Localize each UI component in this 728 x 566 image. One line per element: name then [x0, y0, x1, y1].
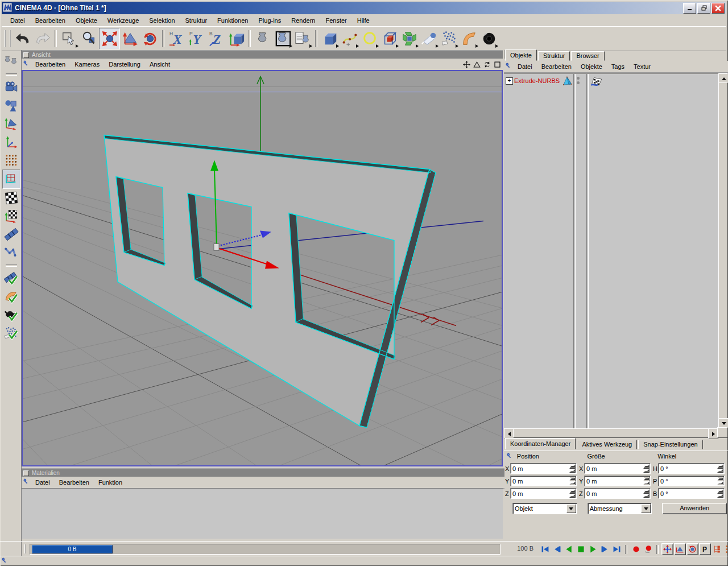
panel-dock-icon[interactable] [23, 470, 29, 476]
dimension-mode-select[interactable]: Abmessung [588, 503, 652, 514]
spin-up-button[interactable] [643, 464, 650, 469]
viewport-menu-item-bearbeiten[interactable]: Bearbeiten [31, 60, 70, 69]
tab-browser[interactable]: Browser [571, 51, 604, 61]
position-x-input[interactable]: 0 m [510, 463, 577, 474]
object-row-extrude-nurbs[interactable]: + Extrude-NURBS [504, 75, 718, 86]
rotate-view-button[interactable] [483, 61, 491, 68]
object-menu-item-textur[interactable]: Textur [629, 62, 655, 71]
lock-x-axis-button[interactable]: HX [167, 28, 187, 49]
key-parameter-button[interactable]: P [699, 543, 711, 555]
record-objects-button[interactable] [642, 544, 653, 555]
viewport-panel-titlebar[interactable]: Ansicht [22, 50, 504, 59]
render-flag-icon[interactable] [590, 75, 602, 88]
rotate-tool-button[interactable] [140, 28, 160, 49]
pin-icon[interactable] [506, 63, 513, 71]
camera-mode-button[interactable] [3, 79, 20, 97]
coord-system-select[interactable]: Objekt [512, 503, 577, 514]
scale-view-button[interactable] [473, 61, 481, 68]
expand-toggle[interactable]: + [506, 77, 513, 85]
stop-button[interactable] [575, 544, 586, 555]
goto-end-button[interactable] [611, 544, 622, 555]
record-button[interactable] [630, 544, 642, 555]
add-primitive-button[interactable] [320, 28, 340, 49]
scale-tool-button[interactable] [120, 28, 140, 49]
title-bar[interactable]: CINEMA 4D - [Ohne Titel 1 *] [2, 2, 726, 14]
play-forwards-button[interactable] [587, 544, 598, 555]
tab-struktur[interactable]: Struktur [538, 51, 570, 61]
position-z-input[interactable]: 0 m [510, 488, 577, 499]
main-menu-item-datei[interactable]: Datei [5, 16, 30, 25]
spin-down-button[interactable] [643, 494, 650, 498]
main-menu-item-fenster[interactable]: Fenster [320, 16, 351, 25]
spin-down-button[interactable] [569, 481, 576, 486]
hscroll-thumb[interactable] [513, 428, 709, 438]
object-label[interactable]: Extrude-NURBS [514, 77, 560, 84]
spin-down-button[interactable] [717, 494, 723, 498]
tab-aktives-werkzeug[interactable]: Aktives Werkzeug [577, 440, 637, 449]
key-rotation-button[interactable] [686, 543, 698, 555]
pan-view-button[interactable] [463, 61, 470, 68]
zoom-tool-button[interactable] [79, 28, 99, 49]
next-frame-button[interactable] [599, 544, 610, 555]
position-y-input[interactable]: 0 m [510, 476, 577, 486]
extrude-nurbs-icon[interactable] [562, 76, 573, 88]
point-level-animation-button[interactable] [723, 544, 728, 555]
redo-button[interactable] [32, 28, 52, 49]
add-particle-system-button[interactable] [439, 28, 459, 49]
tab-snap-einstellungen[interactable]: Snap-Einstellungen [638, 440, 702, 449]
main-menu-item-plug-ins[interactable]: Plug-ins [253, 16, 286, 25]
toggle-maximize-view-button[interactable] [494, 61, 501, 68]
vscroll-thumb[interactable] [718, 82, 728, 419]
animation-toggle[interactable] [3, 270, 20, 288]
spin-up-button[interactable] [643, 489, 650, 494]
pin-icon[interactable] [23, 60, 31, 69]
minimize-button[interactable] [683, 3, 696, 14]
main-menu-item-objekte[interactable]: Objekte [71, 16, 102, 25]
main-menu-item-hilfe[interactable]: Hilfe [352, 16, 375, 25]
panel-dock-icon[interactable] [23, 52, 29, 58]
spin-up-button[interactable] [717, 477, 723, 481]
winkel-p-input[interactable]: 0 ° [658, 476, 725, 486]
materials-menu-item-datei[interactable]: Datei [31, 478, 55, 487]
object-list-vscrollbar[interactable] [718, 73, 728, 428]
groesse-y-input[interactable]: 0 m [584, 476, 651, 486]
spin-up-button[interactable] [717, 464, 723, 469]
generators-toggle[interactable] [3, 306, 20, 324]
materials-list[interactable] [22, 488, 503, 539]
pin-icon[interactable] [504, 453, 517, 460]
texture-mode-button[interactable] [3, 189, 20, 207]
materials-menu-item-bearbeiten[interactable]: Bearbeiten [55, 478, 94, 487]
object-list-hscrollbar[interactable] [504, 428, 718, 438]
timeline-slider[interactable]: 0 B [32, 545, 113, 553]
object-menu-item-datei[interactable]: Datei [513, 62, 537, 71]
spin-up-button[interactable] [569, 464, 576, 469]
axis-mode-button[interactable] [3, 133, 20, 151]
materials-menu-item-funktion[interactable]: Funktion [94, 478, 127, 487]
key-position-button[interactable] [661, 543, 673, 555]
play-backwards-button[interactable] [563, 544, 574, 555]
timeline-track[interactable]: 0 B [30, 544, 500, 555]
spin-up-button[interactable] [643, 477, 650, 481]
hierarchy-button[interactable] [712, 544, 723, 555]
tab-objekte[interactable]: Objekte [505, 49, 537, 61]
spin-up-button[interactable] [569, 489, 576, 494]
winkel-b-input[interactable]: 0 ° [658, 488, 725, 499]
spin-down-button[interactable] [643, 469, 650, 473]
spin-down-button[interactable] [569, 469, 576, 473]
winkel-h-input[interactable]: 0 ° [658, 463, 725, 474]
points-mode-button[interactable] [3, 151, 20, 170]
viewport-menu-item-darstellung[interactable]: Darstellung [104, 60, 145, 69]
add-scene-object-button[interactable] [419, 28, 439, 49]
object-axis-mode-button[interactable] [3, 115, 20, 133]
render-view-button[interactable] [253, 28, 273, 49]
viewport-menu-item-kameras[interactable]: Kameras [70, 60, 104, 69]
particles-toggle[interactable] [3, 324, 20, 342]
add-modeling-object-button[interactable] [399, 28, 419, 49]
add-deformer-button[interactable] [459, 28, 479, 49]
main-menu-item-funktionen[interactable]: Funktionen [212, 16, 253, 25]
goto-start-button[interactable] [539, 544, 551, 555]
main-menu-item-rendern[interactable]: Rendern [286, 16, 320, 25]
viewport-menu-item-ansicht[interactable]: Ansicht [145, 60, 175, 69]
spin-up-button[interactable] [569, 477, 576, 481]
apply-button[interactable]: Anwenden [662, 503, 727, 514]
